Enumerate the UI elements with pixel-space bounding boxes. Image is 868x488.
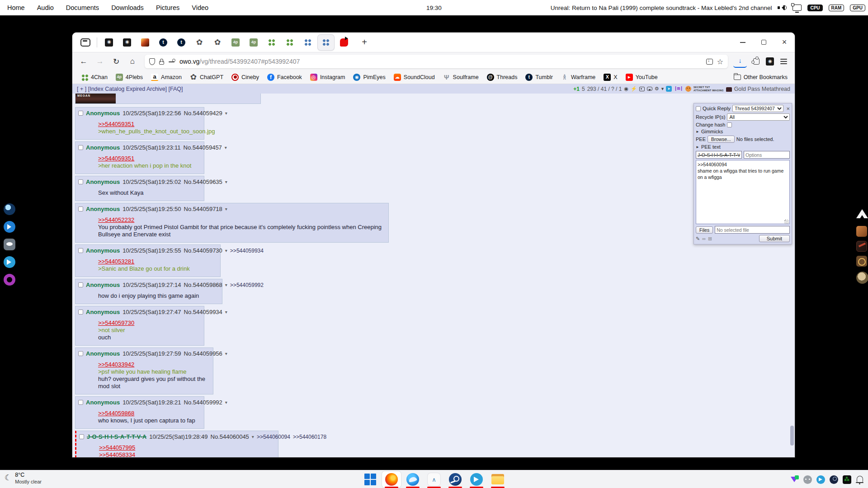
address-bar[interactable]: owo.vg/vg/thread/543992407#p543992407 ☆ bbox=[145, 55, 728, 68]
post-checkbox[interactable] bbox=[78, 206, 83, 211]
backlink[interactable]: >>544060094 bbox=[257, 434, 290, 440]
tray-protonvpn[interactable] bbox=[790, 475, 799, 484]
right-dock-destiny-icon[interactable] bbox=[856, 203, 868, 218]
m-badge-icon[interactable]: |m| bbox=[674, 86, 683, 91]
telegram-badge-icon[interactable]: ➤ bbox=[666, 86, 672, 92]
pinned-tab[interactable] bbox=[282, 35, 298, 50]
reload-button[interactable]: ↻ bbox=[109, 55, 123, 68]
quote-link[interactable]: >>544053281 bbox=[98, 258, 215, 265]
right-dock-game1-icon[interactable] bbox=[856, 226, 867, 237]
left-dock-discord-icon[interactable] bbox=[4, 239, 15, 250]
submit-button[interactable]: Submit bbox=[759, 235, 790, 242]
comment-textarea[interactable] bbox=[696, 160, 790, 224]
gimmicks-disclosure-icon[interactable]: ► bbox=[696, 130, 699, 134]
nav-faq-link[interactable]: [FAQ] bbox=[169, 86, 183, 92]
post-number[interactable]: No.544059868 bbox=[184, 282, 222, 288]
page-scrollbar[interactable] bbox=[790, 84, 794, 457]
forward-button[interactable]: → bbox=[93, 55, 107, 68]
right-dock-game2-icon[interactable] bbox=[856, 241, 867, 252]
post-menu-caret[interactable]: ▾ bbox=[225, 248, 227, 253]
change-hash-checkbox[interactable] bbox=[727, 122, 732, 127]
gold-pass-link[interactable]: Gold Pass Metathread bbox=[734, 86, 790, 92]
ram-indicator[interactable]: RAM bbox=[829, 5, 844, 11]
firefox-view-icon[interactable] bbox=[80, 38, 90, 47]
quote-link[interactable]: >>544059351 bbox=[98, 121, 198, 128]
minimize-button[interactable] bbox=[732, 33, 753, 52]
nav-expand[interactable]: [ + ] bbox=[77, 86, 86, 92]
taskbar-telegram-icon[interactable] bbox=[467, 471, 486, 488]
bookmark-pimeyes[interactable]: ◉PimEyes bbox=[350, 73, 388, 82]
post-menu-caret[interactable]: ▾ bbox=[252, 434, 254, 439]
post-menu-caret[interactable]: ▾ bbox=[225, 310, 227, 314]
quick-reply-close-icon[interactable]: × bbox=[786, 106, 790, 112]
post-number[interactable]: No.544059992 bbox=[184, 399, 222, 406]
post-menu-caret[interactable]: ▾ bbox=[225, 351, 227, 356]
taskbar-firefox-icon[interactable] bbox=[382, 471, 401, 488]
post-menu-caret[interactable]: ▾ bbox=[225, 179, 227, 184]
tray-notifications-bell[interactable] bbox=[855, 475, 864, 484]
tray-discord[interactable] bbox=[803, 475, 812, 484]
home-button[interactable]: ⌂ bbox=[126, 55, 139, 68]
quote-link[interactable]: >>544033942 bbox=[98, 361, 208, 368]
quick-reply-checkbox[interactable] bbox=[696, 106, 701, 111]
post-number[interactable]: No.544059457 bbox=[184, 144, 222, 151]
link-icon[interactable]: ∞ bbox=[702, 236, 706, 241]
pee-text-label[interactable]: PEE text bbox=[701, 144, 721, 150]
post-checkbox[interactable] bbox=[79, 434, 84, 439]
name-input[interactable] bbox=[696, 151, 742, 159]
gallery-icon[interactable] bbox=[639, 87, 645, 91]
display-icon[interactable] bbox=[793, 5, 802, 11]
left-dock-blue-app-icon[interactable] bbox=[4, 221, 15, 233]
new-tab-button[interactable]: + bbox=[358, 36, 371, 49]
tray-steam[interactable] bbox=[829, 475, 838, 484]
quote-link[interactable]: >>544059730 bbox=[98, 319, 198, 327]
quote-link[interactable]: >>544059351 bbox=[98, 155, 198, 162]
left-dock-steam-icon[interactable] bbox=[4, 203, 15, 215]
pinned-tab[interactable]: ✿ bbox=[209, 35, 226, 50]
pinned-tab[interactable]: t bbox=[155, 35, 171, 50]
bookmark-facebook[interactable]: fFacebook bbox=[264, 73, 305, 82]
bookmark-tumblr[interactable]: tTumblr bbox=[522, 73, 556, 82]
files-button[interactable]: Files bbox=[696, 226, 713, 234]
tab-audio-icon[interactable] bbox=[345, 37, 350, 40]
taskbar-start-icon[interactable] bbox=[361, 471, 380, 488]
bookmark-warframe[interactable]: ∧Warframe bbox=[558, 73, 599, 82]
textarea-resize-grip[interactable] bbox=[784, 220, 789, 224]
tracking-protection-shield-icon[interactable] bbox=[149, 58, 155, 65]
taskbar-thunderbird-icon[interactable] bbox=[403, 471, 422, 488]
post-thumbnail[interactable]: MEGAN bbox=[75, 94, 116, 103]
replies-icon[interactable] bbox=[647, 87, 652, 91]
thread-select[interactable]: Thread 543992407 bbox=[732, 105, 783, 112]
tray-razer[interactable]: ⁂ bbox=[842, 475, 851, 484]
gpu-indicator[interactable]: GPU bbox=[850, 5, 865, 11]
pinned-tab[interactable]: 4p bbox=[227, 35, 244, 50]
bookmark-star-icon[interactable]: ☆ bbox=[717, 57, 723, 66]
bookmark-soundcloud[interactable]: ☁SoundCloud bbox=[391, 73, 438, 82]
post-menu-caret[interactable]: ▾ bbox=[225, 400, 227, 405]
right-dock-game3-icon[interactable] bbox=[856, 256, 867, 267]
pinned-tab[interactable]: ✳ bbox=[119, 35, 135, 50]
post-number[interactable]: No.544060045 bbox=[211, 433, 249, 440]
backlink[interactable]: >>544059934 bbox=[230, 248, 264, 254]
pinned-tab[interactable] bbox=[137, 35, 153, 50]
bookmark-chatgpt[interactable]: ✿ChatGPT bbox=[187, 73, 226, 82]
post-checkbox[interactable] bbox=[78, 248, 83, 253]
pinned-tab[interactable]: ✿ bbox=[191, 35, 208, 50]
bookmark-4plebs[interactable]: 4p4Plebs bbox=[113, 73, 146, 82]
bookmark-soulframe[interactable]: ΨSoulframe bbox=[440, 73, 482, 82]
quote-link[interactable]: >>544057995 bbox=[99, 444, 273, 451]
nav-board-links[interactable]: [Index Catalog Expired Archive] bbox=[88, 86, 167, 92]
quote-link[interactable]: >>544059868 bbox=[98, 410, 198, 417]
volume-icon[interactable] bbox=[778, 4, 787, 11]
post-checkbox[interactable] bbox=[78, 179, 83, 184]
post-checkbox[interactable] bbox=[78, 111, 83, 116]
backlink[interactable]: >>544060178 bbox=[293, 434, 326, 440]
quote-link[interactable]: >>544058334 bbox=[99, 451, 273, 457]
taskbar-warframe-app-icon[interactable]: ∧ bbox=[425, 471, 443, 488]
pinned-tab[interactable] bbox=[336, 35, 352, 50]
taskbar-explorer-icon[interactable] bbox=[488, 471, 507, 488]
pinned-tab[interactable]: 4p bbox=[245, 35, 262, 50]
post-number[interactable]: No.544059956 bbox=[184, 350, 222, 357]
container-tab-icon[interactable] bbox=[169, 59, 175, 64]
post-number[interactable]: No.544059635 bbox=[184, 178, 222, 185]
